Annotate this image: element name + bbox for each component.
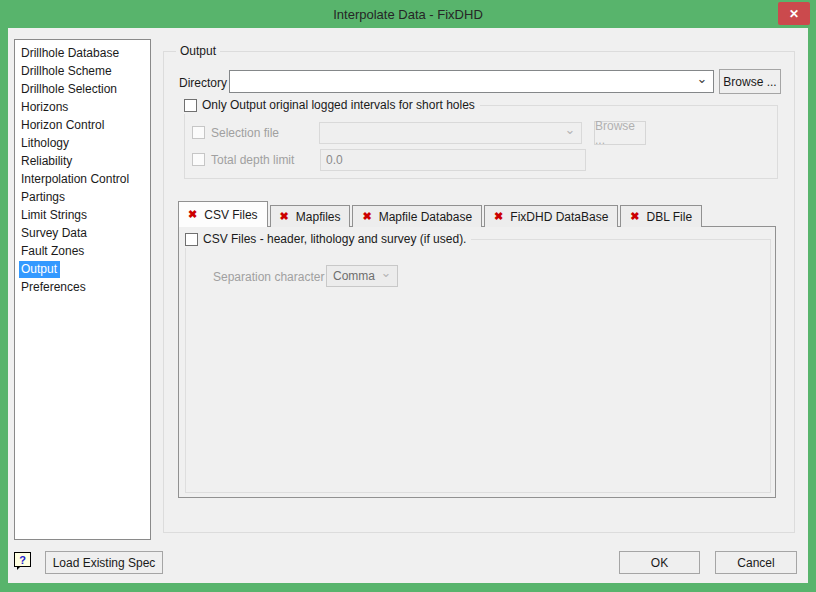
sidebar-item-drillhole-selection[interactable]: Drillhole Selection	[19, 80, 150, 98]
directory-input[interactable]	[230, 71, 713, 92]
chevron-down-icon: ⌄	[379, 266, 393, 282]
red-x-icon: ✖	[630, 211, 639, 222]
selection-file-browse-button[interactable]: Browse ...	[594, 121, 646, 145]
selection-file-label: Selection file	[211, 126, 279, 140]
total-depth-limit-label: Total depth limit	[211, 153, 294, 167]
red-x-icon: ✖	[188, 209, 197, 220]
titlebar[interactable]: Interpolate Data - FixDHD ✕	[0, 0, 816, 28]
csv-files-tab-panel: CSV Files - header, lithology and survey…	[178, 226, 776, 498]
sidebar-item-horizon-control[interactable]: Horizon Control	[19, 116, 150, 134]
tab-csv-files[interactable]: ✖ CSV Files	[178, 201, 268, 227]
dialog-content: Drillhole Database Drillhole Scheme Dril…	[8, 28, 808, 583]
sidebar-item-preferences[interactable]: Preferences	[19, 278, 150, 296]
csv-files-legend: CSV Files - header, lithology and survey…	[185, 230, 471, 248]
sidebar-item-output[interactable]: Output	[19, 260, 150, 278]
separation-character-dropdown[interactable]: Comma ⌄	[326, 265, 398, 287]
sidebar-item-reliability[interactable]: Reliability	[19, 152, 150, 170]
short-holes-label: Only Output original logged intervals fo…	[202, 98, 475, 112]
ok-button[interactable]: OK	[619, 551, 700, 574]
output-groupbox-title: Output	[176, 44, 220, 58]
total-depth-limit-input[interactable]	[321, 150, 585, 170]
load-existing-spec-button[interactable]: Load Existing Spec	[45, 551, 163, 574]
selection-file-combobox[interactable]: ⌄	[319, 122, 582, 144]
tab-mapfile-database[interactable]: ✖ Mapfile Database	[352, 205, 482, 227]
directory-combobox[interactable]: ⌄	[229, 70, 714, 93]
sidebar-item-drillhole-scheme[interactable]: Drillhole Scheme	[19, 62, 150, 80]
sidebar-item-survey-data[interactable]: Survey Data	[19, 224, 150, 242]
short-holes-groupbox: Only Output original logged intervals fo…	[184, 105, 778, 179]
csv-files-groupbox: CSV Files - header, lithology and survey…	[185, 239, 771, 493]
selection-file-checkbox[interactable]	[192, 126, 205, 139]
sidebar-item-lithology[interactable]: Lithology	[19, 134, 150, 152]
tab-dbl-file[interactable]: ✖ DBL File	[620, 205, 702, 227]
red-x-icon: ✖	[494, 211, 503, 222]
tab-mapfiles[interactable]: ✖ Mapfiles	[270, 205, 351, 227]
window-title: Interpolate Data - FixDHD	[333, 7, 483, 22]
sidebar-item-horizons[interactable]: Horizons	[19, 98, 150, 116]
close-icon: ✕	[789, 7, 799, 21]
directory-label: Directory	[179, 76, 227, 90]
dialog-window: Interpolate Data - FixDHD ✕ Drillhole Da…	[0, 0, 816, 592]
csv-files-checkbox[interactable]	[185, 233, 198, 246]
sidebar-item-drillhole-database[interactable]: Drillhole Database	[19, 44, 150, 62]
csv-files-checkbox-label: CSV Files - header, lithology and survey…	[203, 232, 466, 246]
short-holes-checkbox[interactable]	[184, 99, 197, 112]
red-x-icon: ✖	[280, 211, 289, 222]
sidebar-item-fault-zones[interactable]: Fault Zones	[19, 242, 150, 260]
separation-character-label: Separation character	[213, 270, 324, 284]
sidebar-item-interpolation-control[interactable]: Interpolation Control	[19, 170, 150, 188]
total-depth-limit-checkbox[interactable]	[192, 153, 205, 166]
red-x-icon: ✖	[362, 211, 371, 222]
cancel-button[interactable]: Cancel	[715, 551, 797, 574]
sidebar-item-partings[interactable]: Partings	[19, 188, 150, 206]
tab-fixdhd-database[interactable]: ✖ FixDHD DataBase	[484, 205, 618, 227]
directory-browse-button[interactable]: Browse ...	[719, 69, 781, 94]
short-holes-legend: Only Output original logged intervals fo…	[184, 96, 480, 114]
close-button[interactable]: ✕	[778, 2, 810, 25]
total-depth-limit-field[interactable]	[320, 149, 586, 171]
output-tab-bar: ✖ CSV Files ✖ Mapfiles ✖ Mapfile Databas…	[178, 201, 704, 227]
category-listbox[interactable]: Drillhole Database Drillhole Scheme Dril…	[14, 39, 151, 540]
help-icon[interactable]: ?	[14, 552, 31, 567]
separation-character-value: Comma	[333, 269, 375, 283]
sidebar-item-limit-strings[interactable]: Limit Strings	[19, 206, 150, 224]
output-groupbox: Output Directory ⌄ Browse ... Only Outpu…	[163, 51, 795, 533]
selection-file-input[interactable]	[320, 123, 581, 143]
